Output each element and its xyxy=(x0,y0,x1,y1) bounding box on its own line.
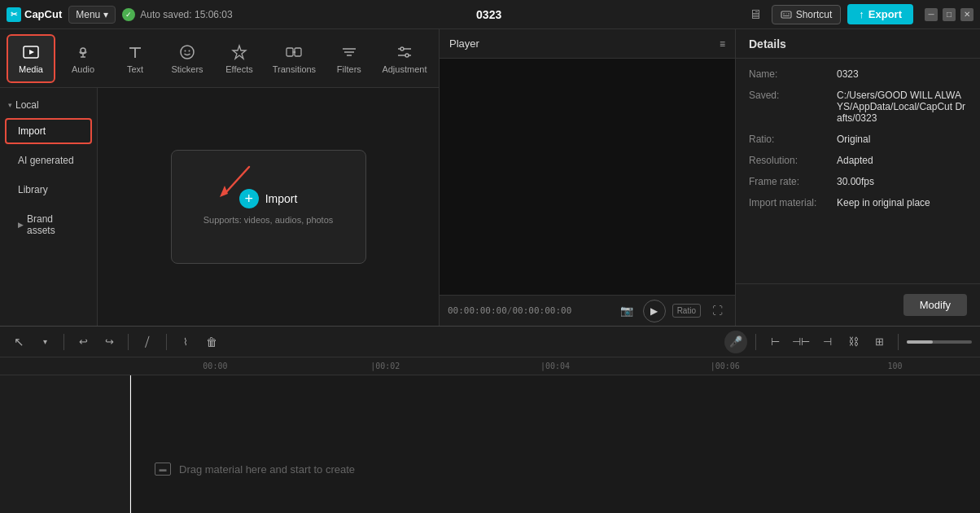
ai-generated-label: AI generated xyxy=(18,155,74,166)
detail-row-ratio: Ratio: Original xyxy=(749,134,967,145)
snap-left-button[interactable]: ⊢ xyxy=(764,331,785,353)
detail-label-ratio: Ratio: xyxy=(749,134,830,145)
svg-rect-0 xyxy=(781,11,791,18)
toolbar: Media Audio xyxy=(0,29,439,88)
svg-point-14 xyxy=(189,50,190,51)
timeline-ruler: 00:00 |00:02 |00:04 |00:06 100 xyxy=(0,357,980,375)
logo-text: CapCut xyxy=(24,8,62,20)
camera-icon[interactable]: 📷 xyxy=(617,301,637,321)
redo-button[interactable]: ↪ xyxy=(98,331,120,353)
tab-transitions[interactable]: Transitions xyxy=(267,34,322,83)
import-arrow-icon xyxy=(208,163,257,204)
detail-value-name: 0323 xyxy=(837,68,967,80)
shortcut-button[interactable]: Shortcut xyxy=(772,5,842,24)
center-panel: Player ≡ 00:00:00:00 / 00:00:00:00 📷 ▶ R… xyxy=(440,29,736,326)
tab-media[interactable]: Media xyxy=(7,34,55,83)
text-icon xyxy=(126,43,144,61)
tab-effects[interactable]: Effects xyxy=(215,34,264,83)
link-button[interactable]: ⛓ xyxy=(842,331,864,353)
tab-audio[interactable]: Audio xyxy=(59,34,107,83)
menu-button[interactable]: Menu ▾ xyxy=(68,6,116,24)
library-label: Library xyxy=(18,184,48,195)
brand-assets-label: Brand assets xyxy=(27,213,79,236)
stickers-icon xyxy=(178,43,196,61)
minimize-button[interactable]: ─ xyxy=(925,8,938,21)
tab-filters[interactable]: Filters xyxy=(325,34,374,83)
snap-center-button[interactable]: ⊣⊢ xyxy=(790,331,812,353)
sidebar-item-brand-assets[interactable]: ▶ Brand assets xyxy=(5,206,92,243)
detail-row-saved: Saved: C:/Users/GOOD WILL ALWAYS/AppData… xyxy=(749,90,967,124)
timeline-area: ↖ ▾ ↩ ↪ ⧸ ⌇ 🗑 🎤 ⊢ ⊣⊢ ⊣ ⛓ ⊞ xyxy=(0,326,980,513)
local-arrow-icon: ▾ xyxy=(8,101,12,109)
detail-label-name: Name: xyxy=(749,68,830,80)
details-header: Details xyxy=(736,29,980,59)
sidebar-item-library[interactable]: Library xyxy=(5,177,92,203)
close-button[interactable]: ✕ xyxy=(960,8,973,21)
drag-hint-text: Drag material here and start to create xyxy=(179,463,355,476)
detail-label-resolution: Resolution: xyxy=(749,155,830,166)
details-footer: Modify xyxy=(736,283,980,326)
detail-value-resolution: Adapted xyxy=(837,155,967,166)
adjustment-icon xyxy=(396,43,413,61)
delete-button[interactable]: 🗑 xyxy=(201,331,222,353)
detail-row-resolution: Resolution: Adapted xyxy=(749,155,967,166)
detail-row-import-material: Import material: Keep in original place xyxy=(749,197,967,208)
local-section-header[interactable]: ▾ Local xyxy=(0,94,97,116)
toolbar-separator-3 xyxy=(166,334,167,350)
picture-in-picture-button[interactable]: ⊞ xyxy=(868,331,890,353)
svg-point-7 xyxy=(81,48,85,53)
ratio-badge[interactable]: Ratio xyxy=(672,304,701,318)
filters-icon xyxy=(340,43,358,61)
menu-chevron-icon: ▾ xyxy=(103,9,108,20)
svg-point-12 xyxy=(181,46,194,59)
play-button[interactable]: ▶ xyxy=(643,300,666,322)
select-tool-button[interactable]: ↖ xyxy=(8,331,29,353)
microphone-button[interactable]: 🎤 xyxy=(724,331,747,353)
panels-row: Media Audio xyxy=(0,29,980,326)
select-dropdown-button[interactable]: ▾ xyxy=(34,331,55,353)
detail-label-saved: Saved: xyxy=(749,90,830,124)
tab-stickers-label: Stickers xyxy=(171,64,203,74)
zoom-slider[interactable] xyxy=(907,340,972,344)
ruler-mark-3: |00:06 xyxy=(640,362,810,370)
import-dropzone[interactable]: + Import Supports: videos, audios, photo… xyxy=(171,150,366,264)
right-panel: Details Name: 0323 Saved: C:/Users/GOOD … xyxy=(736,29,980,326)
player-menu-icon[interactable]: ≡ xyxy=(720,38,725,50)
player-time-total: 00:00:00:00 xyxy=(512,305,571,316)
modify-button[interactable]: Modify xyxy=(903,294,967,316)
top-bar: ✂ CapCut Menu ▾ ✓ Auto saved: 15:06:03 0… xyxy=(0,0,980,29)
monitor-icon[interactable]: 🖥 xyxy=(746,5,765,24)
ruler-mark-1: |00:02 xyxy=(300,362,470,370)
details-body: Name: 0323 Saved: C:/Users/GOOD WILL ALW… xyxy=(736,59,980,283)
toolbar-separator-5 xyxy=(898,334,899,350)
toolbar-separator-1 xyxy=(63,334,64,350)
player-time-current: 00:00:00:00 xyxy=(448,305,507,316)
auto-saved-text: Auto saved: 15:06:03 xyxy=(140,9,232,20)
tab-filters-label: Filters xyxy=(337,64,361,74)
tab-text[interactable]: Text xyxy=(111,34,160,83)
export-label: Export xyxy=(868,8,902,20)
media-content: + Import Supports: videos, audios, photo… xyxy=(98,88,439,326)
export-icon: ↑ xyxy=(859,8,864,20)
export-button[interactable]: ↑ Export xyxy=(847,4,913,24)
bezier-button[interactable]: ⌇ xyxy=(175,331,196,353)
undo-button[interactable]: ↩ xyxy=(72,331,94,353)
shortcut-label: Shortcut xyxy=(796,9,833,20)
tab-transitions-label: Transitions xyxy=(273,64,316,74)
toolbar-separator-4 xyxy=(755,334,756,350)
timeline-toolbar: ↖ ▾ ↩ ↪ ⧸ ⌇ 🗑 🎤 ⊢ ⊣⊢ ⊣ ⛓ ⊞ xyxy=(0,327,980,357)
split-button[interactable]: ⧸ xyxy=(137,331,158,353)
track-labels-inner xyxy=(0,375,129,513)
tab-adjustment[interactable]: Adjustment xyxy=(377,34,432,83)
media-icon xyxy=(22,43,40,61)
tab-stickers[interactable]: Stickers xyxy=(163,34,212,83)
snap-right-button[interactable]: ⊣ xyxy=(816,331,838,353)
sidebar-item-ai-generated[interactable]: AI generated xyxy=(5,147,92,173)
tab-text-label: Text xyxy=(127,64,143,74)
sidebar-item-import[interactable]: Import xyxy=(5,118,92,144)
auto-saved-indicator: ✓ Auto saved: 15:06:03 xyxy=(122,8,232,21)
maximize-button[interactable]: □ xyxy=(943,8,956,21)
svg-line-26 xyxy=(225,167,249,194)
fullscreen-icon[interactable]: ⛶ xyxy=(707,301,727,321)
import-nav-label: Import xyxy=(18,125,46,137)
